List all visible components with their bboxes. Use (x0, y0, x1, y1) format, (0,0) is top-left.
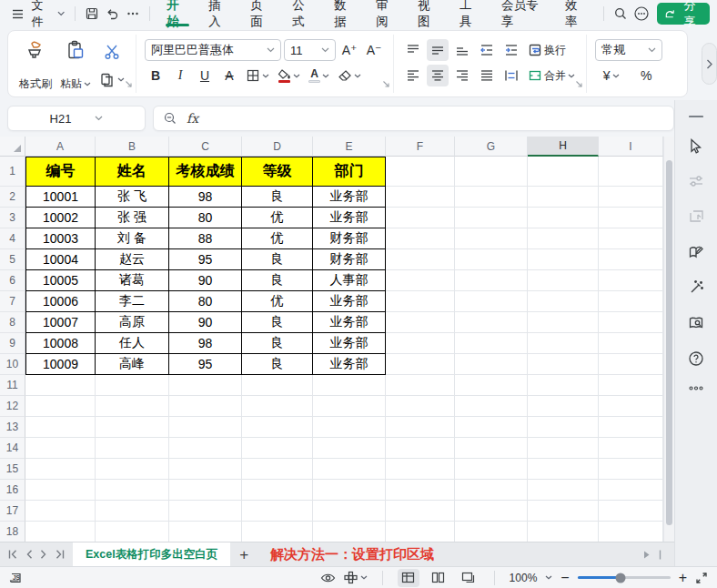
increase-font-button[interactable]: A⁺ (338, 39, 360, 61)
cell-F16[interactable] (386, 480, 455, 501)
font-dialog-launcher-icon[interactable] (382, 77, 390, 91)
cell-H18[interactable] (528, 522, 599, 542)
clear-button[interactable] (335, 65, 364, 86)
cell-C8[interactable]: 90 (169, 312, 242, 333)
cell-A10[interactable]: 10009 (25, 354, 96, 375)
pointer-icon[interactable] (688, 137, 704, 154)
cell-G2[interactable] (455, 187, 528, 208)
align-center-button[interactable] (427, 65, 449, 86)
cell-F18[interactable] (386, 522, 455, 542)
row-header-4[interactable]: 4 (0, 228, 25, 249)
cell-E4[interactable]: 财务部 (313, 228, 386, 249)
font-color-button[interactable]: A (306, 65, 332, 86)
cell-A4[interactable]: 10003 (25, 228, 96, 249)
cell-A8[interactable]: 10007 (25, 312, 96, 333)
cell-E2[interactable]: 业务部 (313, 187, 386, 208)
cell-A14[interactable] (25, 438, 96, 459)
cell-C3[interactable]: 80 (169, 208, 242, 228)
resize-frame-icon[interactable] (688, 208, 704, 225)
align-bottom-button[interactable] (451, 39, 473, 61)
cell-H4[interactable] (528, 228, 599, 249)
more-tools-icon[interactable] (689, 386, 703, 390)
cell-G18[interactable] (455, 522, 528, 542)
search-icon[interactable] (611, 4, 631, 24)
cell-E12[interactable] (313, 396, 386, 417)
cell-E13[interactable] (313, 417, 386, 438)
cell-C10[interactable]: 95 (169, 354, 242, 375)
cell-B5[interactable]: 赵云 (96, 249, 169, 270)
formula-input[interactable]: fx (153, 106, 674, 131)
layout-mode-icon[interactable] (344, 571, 368, 584)
cell-F10[interactable] (386, 354, 455, 375)
row-header-14[interactable]: 14 (0, 438, 25, 459)
cell-D2[interactable]: 良 (242, 187, 313, 208)
share-button[interactable]: 分享 (657, 3, 710, 25)
cell-F8[interactable] (386, 312, 455, 333)
cell-I8[interactable] (599, 312, 663, 333)
assistant-more-icon[interactable] (631, 4, 651, 24)
column-header-C[interactable]: C (169, 137, 242, 157)
tab-插入[interactable]: 插入 (198, 0, 240, 27)
vertical-scrollbar[interactable] (663, 137, 674, 542)
tab-工具[interactable]: 工具 (449, 0, 491, 27)
zoom-slider-knob[interactable] (615, 573, 625, 583)
row-header-11[interactable]: 11 (0, 375, 25, 396)
row-header-10[interactable]: 10 (0, 354, 25, 375)
zoom-in-button[interactable]: + (679, 571, 687, 585)
currency-format-button[interactable]: ¥ (601, 65, 622, 86)
scroll-tabs-right-icon[interactable] (643, 551, 650, 559)
cell-B8[interactable]: 高原 (96, 312, 169, 333)
copy-button[interactable] (99, 72, 125, 88)
cell-B9[interactable]: 任人 (96, 333, 169, 354)
cell-D12[interactable] (242, 396, 313, 417)
cell-C1[interactable]: 考核成绩 (169, 157, 242, 187)
cell-A16[interactable] (25, 480, 96, 501)
zoom-out-button[interactable]: − (560, 571, 569, 585)
cell-H1[interactable] (528, 157, 599, 187)
row-header-8[interactable]: 8 (0, 312, 25, 333)
row-header-1[interactable]: 1 (0, 157, 25, 187)
cell-G4[interactable] (455, 228, 528, 249)
fill-color-button[interactable] (275, 65, 303, 86)
cell-I6[interactable] (599, 270, 663, 291)
cell-A15[interactable] (25, 459, 96, 480)
underline-button[interactable]: U (194, 65, 216, 86)
cell-A13[interactable] (25, 417, 96, 438)
tab-会员专享[interactable]: 会员专享 (491, 0, 555, 27)
cell-I14[interactable] (599, 438, 663, 459)
cell-D6[interactable]: 良 (242, 270, 313, 291)
cell-C14[interactable] (169, 438, 242, 459)
cell-E10[interactable]: 业务部 (313, 354, 386, 375)
cell-B13[interactable] (96, 417, 169, 438)
sign-icon[interactable] (688, 244, 704, 260)
magic-wand-icon[interactable] (688, 279, 704, 296)
cell-D4[interactable]: 优 (242, 228, 313, 249)
cell-H13[interactable] (528, 417, 599, 438)
ribbon-expand-button[interactable] (702, 43, 717, 85)
cell-A12[interactable] (25, 396, 96, 417)
cell-D5[interactable]: 良 (242, 249, 313, 270)
eye-icon[interactable] (320, 573, 336, 583)
cell-E18[interactable] (313, 522, 386, 542)
tab-效率[interactable]: 效率 (555, 0, 597, 27)
cell-B14[interactable] (96, 438, 169, 459)
cell-H7[interactable] (528, 291, 599, 312)
cell-F17[interactable] (386, 501, 455, 522)
cell-C6[interactable]: 90 (169, 270, 242, 291)
normal-view-button[interactable] (398, 569, 419, 587)
last-sheet-icon[interactable] (55, 550, 65, 559)
cell-H12[interactable] (528, 396, 599, 417)
cell-B3[interactable]: 张 强 (96, 208, 169, 228)
cell-A9[interactable]: 10008 (25, 333, 96, 354)
cell-D8[interactable]: 良 (242, 312, 313, 333)
cell-D13[interactable] (242, 417, 313, 438)
cell-D7[interactable]: 优 (242, 291, 313, 312)
distribute-button[interactable] (500, 65, 522, 86)
cell-G3[interactable] (455, 208, 528, 228)
cell-E17[interactable] (313, 501, 386, 522)
cell-I2[interactable] (599, 187, 663, 208)
column-header-A[interactable]: A (25, 137, 96, 157)
row-header-7[interactable]: 7 (0, 291, 25, 312)
cell-H15[interactable] (528, 459, 599, 480)
cell-E11[interactable] (313, 375, 386, 396)
